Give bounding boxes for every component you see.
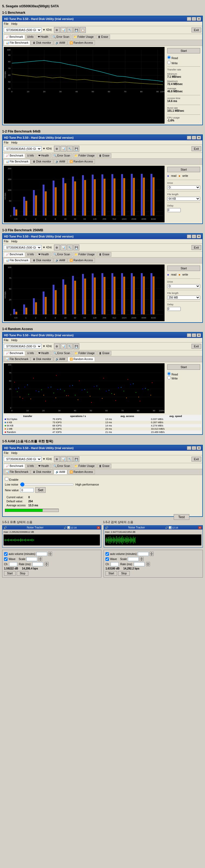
minimize-btn-4[interactable]: _ (187, 333, 191, 337)
close-btn-4[interactable]: ✕ (197, 333, 201, 337)
subtab-dm-3[interactable]: 🖥 Disk monitor (31, 258, 53, 262)
ticon-5-3[interactable]: 🔧 (67, 456, 73, 462)
wave-checkbox-2[interactable] (105, 557, 109, 561)
ticon-4-3[interactable]: 🔧 (67, 343, 73, 349)
toolbar-icon-2[interactable]: 📊 (60, 27, 66, 33)
subtab-ra-4[interactable]: 🔀 Random Access (68, 357, 95, 362)
subtab-ra-2[interactable]: 🔀 Random Access (68, 159, 95, 164)
stop-audio-btn-1[interactable]: Stop (17, 571, 28, 576)
ticon-2-2[interactable]: 📊 (60, 146, 66, 152)
minimize-btn-3[interactable]: _ (187, 235, 191, 238)
tab-info-5[interactable]: ℹ Info (26, 464, 36, 468)
subtab-aam-1[interactable]: 🔊 AAM (54, 40, 67, 45)
start-audio-btn-1[interactable]: Start (4, 571, 15, 576)
write-radio-4[interactable] (167, 376, 171, 379)
tab-benchmark-3[interactable]: 📈 Benchmark (4, 252, 25, 257)
ticon-2-3[interactable]: 🔧 (67, 146, 73, 152)
tab-benchmark-2[interactable]: 📈 Benchmark (4, 153, 25, 158)
drive-select-1[interactable]: ST3500630AS (500 GB) (4, 28, 41, 32)
toolbar-icon-4[interactable]: 💾 (73, 27, 79, 33)
drive-select-5[interactable]: ST3500630AS (500 GB) (4, 457, 41, 462)
ticon-5-4[interactable]: 💾 (73, 456, 79, 462)
subtab-dm-2[interactable]: 🖥 Disk monitor (31, 159, 53, 164)
aam-enable-checkbox[interactable] (5, 477, 8, 481)
scale-step-up-2[interactable]: ▲ (140, 557, 143, 559)
menu-file-1[interactable]: File (4, 22, 9, 25)
close-btn-2[interactable]: ✕ (197, 136, 201, 140)
subtab-ra-5[interactable]: 🔀 Random Access (68, 470, 95, 474)
ch-val-2[interactable]: 1 (111, 562, 119, 566)
subtab-dm-5[interactable]: 🖥 Disk monitor (31, 470, 53, 474)
exit-btn-2[interactable]: Exit (192, 146, 201, 151)
tab-errorscan-1[interactable]: 🔍 Error Scan (51, 35, 71, 39)
ticon-4-2[interactable]: 📊 (60, 343, 66, 349)
subtab-aam-3[interactable]: 🔊 AAM (54, 258, 67, 262)
rate-step-dn-2[interactable]: ▼ (146, 564, 150, 566)
tab-benchmark-5[interactable]: 📈 Benchmark (4, 464, 25, 468)
tab-errorscan-5[interactable]: 🔍 Error Scan (52, 464, 72, 468)
maximize-btn-4[interactable]: □ (192, 333, 196, 337)
scale-val-1[interactable]: 20 (27, 557, 37, 561)
ticon-5-2[interactable]: 📊 (60, 456, 66, 462)
menu-file-5[interactable]: File (4, 451, 9, 455)
drive-combo-3[interactable]: D: (167, 284, 200, 288)
tab-errorscan-2[interactable]: 🔍 Error Scan (52, 153, 72, 158)
close-btn-1[interactable]: ✕ (197, 17, 201, 21)
rate-val-1[interactable]: 200 (32, 562, 43, 566)
tab-health-4[interactable]: ❤ Health (36, 351, 51, 355)
minimize-btn-2[interactable]: _ (187, 136, 191, 140)
ticon-4-1[interactable]: ⚙ (54, 343, 60, 349)
exit-btn-5[interactable]: Exit (192, 457, 201, 462)
rate-step-up-2[interactable]: ▲ (146, 562, 150, 564)
tab-info-4[interactable]: ℹ Info (26, 351, 36, 355)
tab-info-1[interactable]: ℹ Info (26, 35, 36, 39)
auto-vol-checkbox-1[interactable] (4, 552, 7, 556)
toolbar-icon-1[interactable]: ⚙ (54, 27, 60, 33)
menu-help-2[interactable]: Help (11, 141, 18, 144)
drive-select-2[interactable]: ST3500630AS (500 GB) (4, 146, 41, 151)
subtab-aam-5[interactable]: 🔊 AAM (54, 470, 67, 474)
maximize-btn-5[interactable]: □ (192, 446, 196, 450)
tab-errorscan-4[interactable]: 🔍 Error Scan (52, 351, 72, 355)
tab-folderusage-5[interactable]: 📁 Folder Usage (73, 464, 97, 468)
drive-select-3[interactable]: ST3500630AS (500 GB) (4, 245, 41, 250)
tab-errorscan-3[interactable]: 🔍 Error Scan (52, 252, 72, 257)
step-up-2[interactable]: ▲ (150, 552, 153, 554)
auto-vol-val-2[interactable]: 5 (138, 552, 149, 556)
toolbar-icon-5[interactable]: 📋 (80, 27, 86, 33)
tab-folderusage-3[interactable]: 📁 Folder Usage (73, 252, 97, 257)
menu-help-4[interactable]: Help (11, 338, 18, 342)
subtab-dm-4[interactable]: 🖥 Disk monitor (31, 357, 53, 362)
start-btn-4[interactable]: Start (167, 364, 200, 370)
aam-slider[interactable] (20, 483, 74, 486)
tab-folderusage-4[interactable]: 📁 Folder Usage (73, 351, 97, 355)
scale-step-dn-1[interactable]: ▼ (38, 559, 42, 561)
read-radio-4[interactable] (167, 372, 171, 375)
auto-vol-checkbox-2[interactable] (105, 552, 109, 556)
exit-btn-3[interactable]: Exit (192, 245, 201, 250)
subtab-aam-2[interactable]: 🔊 AAM (54, 159, 67, 164)
maximize-btn-1[interactable]: □ (192, 17, 196, 21)
tab-folderusage-2[interactable]: 📁 Folder Usage (73, 153, 97, 158)
ticon-2-4[interactable]: 💾 (73, 146, 79, 152)
close-btn-5[interactable]: ✕ (197, 446, 201, 450)
tab-erase-2[interactable]: 🗑 Erase (97, 153, 111, 158)
aam-test-btn[interactable]: Test (174, 514, 190, 520)
drive-combo-2[interactable]: D: (167, 185, 200, 189)
subtab-filebenchmark-1[interactable]: 📊 File Benchmark (4, 40, 30, 45)
rate-val-2[interactable]: 200 (134, 562, 145, 566)
step-dn-1[interactable]: ▼ (48, 554, 52, 556)
noise-close-2[interactable]: X (198, 526, 202, 529)
tab-folderusage-1[interactable]: 📁 Folder Usage (72, 35, 96, 39)
subtab-randomaccess-1[interactable]: 🔀 Random Access (68, 40, 95, 45)
subtab-aam-4[interactable]: 🔊 AAM (54, 357, 67, 362)
subtab-ra-3[interactable]: 🔀 Random Access (68, 258, 95, 262)
subtab-fb-3[interactable]: 📊 File Benchmark (4, 258, 30, 262)
menu-help-1[interactable]: Help (11, 22, 18, 25)
exit-btn-4[interactable]: Exit (192, 344, 201, 349)
tab-health-2[interactable]: ❤ Health (36, 153, 51, 158)
ticon-3-3[interactable]: 🔧 (67, 245, 73, 250)
close-btn-3[interactable]: ✕ (197, 235, 201, 238)
ticon-3-2[interactable]: 📊 (60, 245, 66, 250)
tab-erase-3[interactable]: 🗑 Erase (97, 252, 111, 257)
